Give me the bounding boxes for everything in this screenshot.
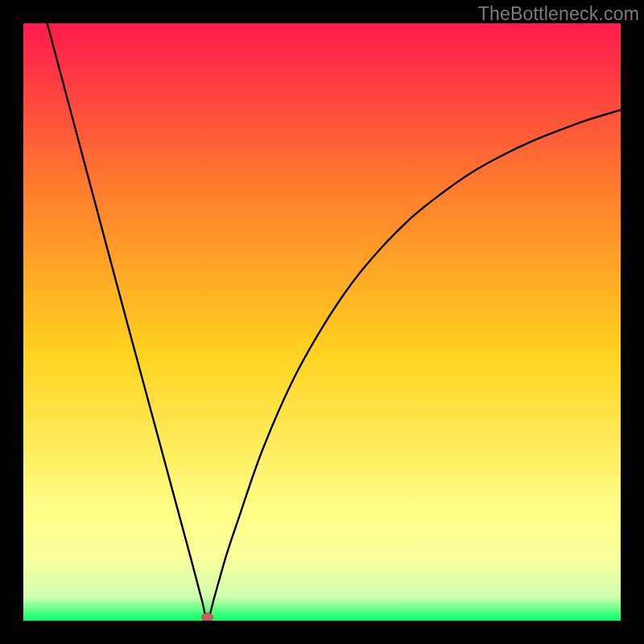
chart-frame: [23, 23, 621, 621]
minimum-marker: [202, 613, 213, 621]
gradient-background: [23, 23, 621, 621]
bottleneck-chart: [23, 23, 621, 621]
watermark-label: TheBottleneck.com: [478, 3, 639, 25]
